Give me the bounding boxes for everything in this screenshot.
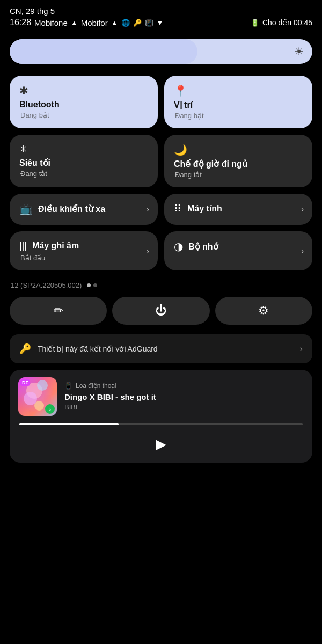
tile-bedtime-label: Chế độ giờ đi ngủ xyxy=(174,159,303,169)
signal1-icon: ▲ xyxy=(71,19,78,27)
tile-location-label: Vị trí xyxy=(174,100,303,110)
music-info: 📱 Loa điện thoại Dingo X BIBI - she got … xyxy=(64,382,304,412)
vpn-icon: 🔑 xyxy=(133,19,142,27)
music-device-row: 📱 Loa điện thoại xyxy=(64,382,304,390)
music-artist: BIBI xyxy=(64,403,304,411)
edit-button[interactable]: ✏ xyxy=(10,297,107,325)
status-bar: CN, 29 thg 5 16:28 Mobifone ▲ Mobifor ▲ … xyxy=(0,0,322,30)
status-right: 🔋 Cho đến 00:45 xyxy=(251,18,312,27)
status-date: CN, 29 thg 5 xyxy=(10,6,312,16)
carrier1-label: Mobifone xyxy=(34,18,68,27)
tile-computer-arrow: › xyxy=(301,204,304,214)
location-icon: 📍 xyxy=(174,84,187,97)
dot-1 xyxy=(87,283,91,287)
speaker-icon: 📱 xyxy=(64,382,72,390)
status-left: 16:28 Mobifone ▲ Mobifor ▲ 🌐 🔑 📳 ▼ xyxy=(10,18,163,27)
tile-super-dark[interactable]: ✳ Siêu tối Đang tắt xyxy=(10,135,158,187)
spotify-badge: ♪ xyxy=(45,404,55,414)
tile-remote[interactable]: 📺 Điều khiển từ xa › xyxy=(10,194,158,225)
tile-storage-arrow: › xyxy=(301,246,304,256)
status-time: 16:28 xyxy=(10,18,31,27)
tile-recorder-arrow: › xyxy=(147,246,149,256)
music-controls: ▶ xyxy=(10,429,312,463)
tile-bedtime-sublabel: Đang tắt xyxy=(174,171,303,179)
tile-storage-label: Bộ nhớ xyxy=(188,241,218,252)
version-row: 12 (SP2A.220505.002) xyxy=(0,276,322,291)
tile-bluetooth-label: Bluetooth xyxy=(19,100,148,109)
battery-label: Cho đến 00:45 xyxy=(262,18,312,27)
dot-2 xyxy=(93,283,97,287)
recorder-icon: ||| xyxy=(19,240,27,251)
brightness-track[interactable]: ☀ xyxy=(10,39,312,64)
carrier2-label: Mobifor xyxy=(81,18,108,27)
battery-icon: 🔋 xyxy=(251,19,259,27)
brightness-fill xyxy=(10,39,197,64)
power-button[interactable]: ⏻ xyxy=(112,297,209,325)
tile-storage[interactable]: ◑ Bộ nhớ › xyxy=(164,231,312,270)
music-device-label: Loa điện thoại xyxy=(76,382,116,390)
music-player-card: DF ♪ 📱 Loa điện thoại Dingo X BIBI - she… xyxy=(10,370,312,463)
globe-icon: 🌐 xyxy=(121,19,130,27)
tile-super-dark-sublabel: Đang tắt xyxy=(19,170,148,178)
music-thumbnail: DF ♪ xyxy=(18,377,57,416)
brightness-slider-container[interactable]: ☀ xyxy=(10,39,312,64)
play-button[interactable]: ▶ xyxy=(151,434,171,454)
tile-computer-label: Máy tính xyxy=(187,204,222,214)
computer-icon: ⠿ xyxy=(174,202,182,215)
storage-icon: ◑ xyxy=(174,240,183,253)
bluetooth-icon: ✱ xyxy=(19,84,28,97)
music-progress-fill xyxy=(19,423,119,425)
wifi-icon: ▼ xyxy=(157,19,164,27)
adguard-text: Thiết bị này đã kết nối với AdGuard xyxy=(38,345,294,353)
tile-bluetooth[interactable]: ✱ Bluetooth Đang bật xyxy=(10,76,158,128)
tile-remote-arrow: › xyxy=(147,204,149,214)
adguard-arrow: › xyxy=(300,344,303,354)
signal2-icon: ▲ xyxy=(111,19,118,27)
action-buttons-row: ✏ ⏻ ⚙ xyxy=(0,291,322,330)
power-icon: ⏻ xyxy=(155,304,167,318)
df-badge: DF xyxy=(20,379,30,386)
tile-location-sublabel: Đang bật xyxy=(174,112,303,120)
tile-bluetooth-sublabel: Đang bật xyxy=(19,111,148,119)
adguard-notification[interactable]: 🔑 Thiết bị này đã kết nối với AdGuard › xyxy=(10,334,312,363)
settings-button[interactable]: ⚙ xyxy=(215,297,312,325)
brightness-icon: ☀ xyxy=(294,45,304,58)
music-top: DF ♪ 📱 Loa điện thoại Dingo X BIBI - she… xyxy=(10,370,312,423)
adguard-icon: 🔑 xyxy=(19,343,31,355)
tile-computer[interactable]: ⠿ Máy tính › xyxy=(164,194,312,225)
bedtime-icon: 🌙 xyxy=(174,143,187,156)
music-progress-bar[interactable] xyxy=(19,423,303,425)
status-row: 16:28 Mobifone ▲ Mobifor ▲ 🌐 🔑 📳 ▼ 🔋 Cho… xyxy=(10,18,312,27)
edit-icon: ✏ xyxy=(54,304,63,318)
super-dark-icon: ✳ xyxy=(19,143,27,155)
tile-super-dark-label: Siêu tối xyxy=(19,158,148,168)
tile-bedtime[interactable]: 🌙 Chế độ giờ đi ngủ Đang tắt xyxy=(164,135,312,187)
music-title: Dingo X BIBI - she got it xyxy=(64,392,304,402)
tile-remote-label: Điều khiển từ xa xyxy=(38,204,105,214)
remote-icon: 📺 xyxy=(19,202,33,215)
tile-recorder-label: Máy ghi âm xyxy=(32,241,79,251)
page-dots xyxy=(87,283,97,287)
tile-location[interactable]: 📍 Vị trí Đang bật xyxy=(164,76,312,128)
tile-recorder[interactable]: ||| Máy ghi âm Bắt đầu › xyxy=(10,231,158,270)
version-text: 12 (SP2A.220505.002) xyxy=(11,281,82,289)
tile-recorder-sublabel: Bắt đầu xyxy=(19,254,138,262)
quick-tiles-grid: ✱ Bluetooth Đang bật 📍 Vị trí Đang bật ✳… xyxy=(0,70,322,276)
vibrate-icon: 📳 xyxy=(145,19,153,27)
settings-icon: ⚙ xyxy=(258,304,269,318)
